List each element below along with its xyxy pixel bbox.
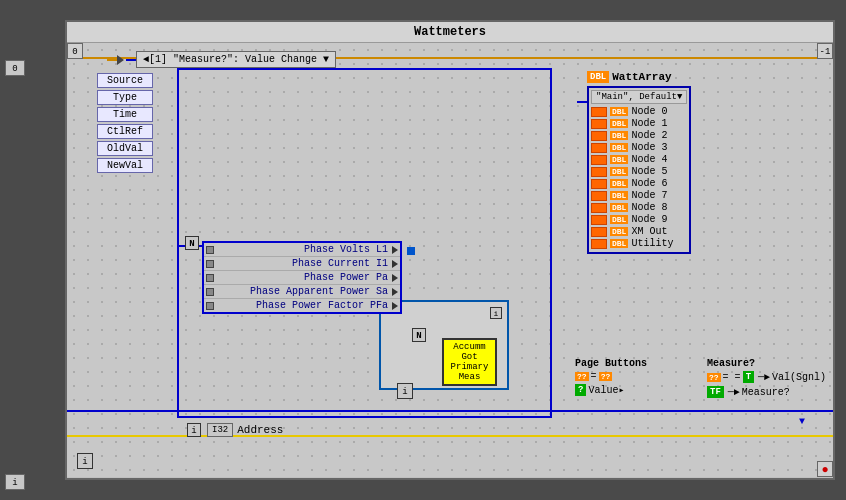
phase-arrow [392, 246, 398, 254]
phase-item-apparent-power: Phase Apparent Power Sa [204, 285, 400, 299]
outer-bl-marker: i [5, 474, 25, 490]
node-row-xmout: DBL XM Out [591, 226, 687, 237]
address-box: i I32 Address [187, 423, 283, 437]
phase-dot [206, 288, 214, 296]
phase-dot [206, 246, 214, 254]
measure-row2: TF ─► Measure? [707, 386, 826, 398]
node-list-header: "Main", Default ▼ [591, 90, 687, 104]
i32-tag: I32 [207, 423, 233, 437]
n-label-2: N [412, 328, 426, 342]
wire-yellow-horizontal [67, 435, 833, 437]
node-row-9: DBL Node 9 [591, 214, 687, 225]
node-connector [591, 131, 607, 141]
phase-item-pf: Phase Power Factor PFa [204, 299, 400, 312]
node-row-8: DBL Node 8 [591, 202, 687, 213]
node-row-7: DBL Node 7 [591, 190, 687, 201]
node-connector [591, 143, 607, 153]
node-connector [591, 239, 607, 249]
node-row-6: DBL Node 6 [591, 178, 687, 189]
node-connector [591, 179, 607, 189]
node-row-1: DBL Node 1 [591, 118, 687, 129]
watt-array-panel: DBL WattArray "Main", Default ▼ DBL Node… [587, 71, 691, 254]
source-item-source: Source [97, 73, 153, 88]
source-item-newval: NewVal [97, 158, 153, 173]
phase-arrow [392, 260, 398, 268]
i-box: i [397, 383, 413, 399]
source-panel: Source Type Time CtlRef OldVal NewVal [97, 73, 153, 175]
connector-phase-right [407, 247, 415, 255]
pb-tag: ?? [575, 372, 589, 381]
value-row: ? Value▸ [575, 384, 647, 396]
node-connector [591, 119, 607, 129]
node-connector [591, 227, 607, 237]
phase-dot [206, 260, 214, 268]
outer-tl-marker: 0 [5, 60, 25, 76]
source-item-type: Type [97, 90, 153, 105]
corner-tr[interactable]: -1 [817, 43, 833, 59]
node-connector [591, 191, 607, 201]
inner-box-corner: i [490, 307, 502, 319]
node-row-3: DBL Node 3 [591, 142, 687, 153]
node-connector [591, 215, 607, 225]
i-small: i [187, 423, 201, 437]
node-row-utility: DBL Utility [591, 238, 687, 249]
v-connector: ▼ [799, 416, 805, 427]
node-connector [591, 167, 607, 177]
n-label-1: N [185, 236, 199, 250]
page-buttons-title: Page Buttons [575, 358, 647, 369]
source-item-ctlref: CtlRef [97, 124, 153, 139]
node-list: "Main", Default ▼ DBL Node 0 DBL Node 1 … [587, 86, 691, 254]
address-label: Address [237, 424, 283, 436]
phase-dot [206, 274, 214, 282]
accum-box: Accumm Got Primary Meas [442, 338, 497, 386]
diagram-area: 0 -1 ◄[1] "Measure?": Value Change ▼ Sou… [67, 43, 833, 477]
source-item-time: Time [97, 107, 153, 122]
measure-title: Measure? [707, 358, 826, 369]
watt-array-title: WattArray [612, 71, 671, 83]
node-connector [591, 155, 607, 165]
node-row-5: DBL Node 5 [591, 166, 687, 177]
corner-br[interactable]: ● [817, 461, 833, 477]
page-buttons-panel: Page Buttons ?? = ?? ? Value▸ [575, 358, 647, 396]
bottom-i-marker: i [77, 453, 93, 469]
pb-row: ?? = ?? [575, 371, 647, 382]
phase-item-volts: Phase Volts L1 [204, 243, 400, 257]
event-box[interactable]: ◄[1] "Measure?": Value Change ▼ [136, 51, 336, 68]
watt-array-header: DBL WattArray [587, 71, 691, 83]
wire-blue-horizontal [67, 410, 833, 412]
pb-tag2: ?? [599, 372, 613, 381]
phase-item-current: Phase Current I1 [204, 257, 400, 271]
phase-arrow [392, 274, 398, 282]
phase-dot [206, 302, 214, 310]
main-window: Wattmeters 0 -1 ◄[1] "Measure?": Value C… [65, 20, 835, 480]
measure-panel: Measure? ?? = = T ─► Val(Sgnl) TF ─► Mea… [707, 358, 826, 398]
event-terminal: ◄[1] "Measure?": Value Change ▼ [107, 51, 336, 68]
title-bar: Wattmeters [67, 22, 833, 43]
measure-row1: ?? = = T ─► Val(Sgnl) [707, 371, 826, 383]
source-item-oldval: OldVal [97, 141, 153, 156]
watt-dbl-tag: DBL [587, 71, 609, 83]
phase-item-power: Phase Power Pa [204, 271, 400, 285]
node-row-0: DBL Node 0 [591, 106, 687, 117]
phase-arrow [392, 302, 398, 310]
phase-panel: Phase Volts L1 Phase Current I1 Phase Po… [202, 241, 402, 314]
node-connector [591, 107, 607, 117]
node-row-2: DBL Node 2 [591, 130, 687, 141]
phase-arrow [392, 288, 398, 296]
node-connector [591, 203, 607, 213]
wire-to-watt [577, 101, 587, 103]
corner-tl[interactable]: 0 [67, 43, 83, 59]
node-row-4: DBL Node 4 [591, 154, 687, 165]
window-title: Wattmeters [414, 25, 486, 39]
